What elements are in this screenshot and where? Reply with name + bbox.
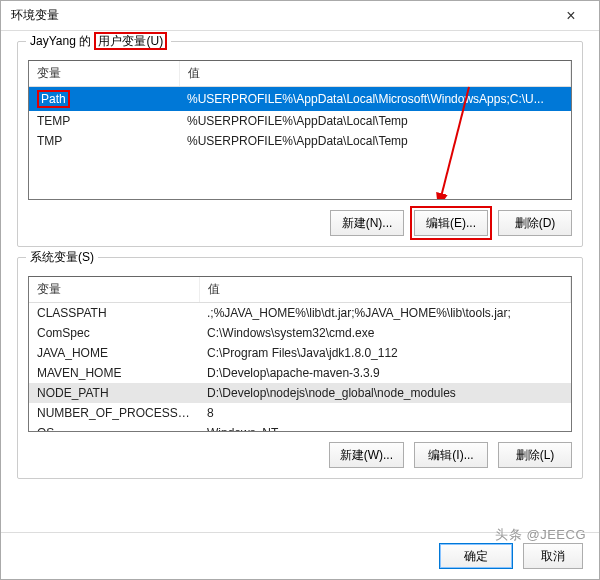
cell-name: Path xyxy=(29,87,179,112)
cell-name: TEMP xyxy=(29,111,179,131)
system-buttons-row: 新建(W)... 编辑(I)... 删除(L) xyxy=(28,442,572,468)
cell-name: JAVA_HOME xyxy=(29,343,199,363)
col-value[interactable]: 值 xyxy=(199,277,571,303)
cell-name: NODE_PATH xyxy=(29,383,199,403)
system-group-label: 系统变量(S) xyxy=(26,249,98,266)
cell-value: C:\Program Files\Java\jdk1.8.0_112 xyxy=(199,343,571,363)
user-variables-group: JayYang 的 用户变量(U) 变量 值 Path%USERPROFILE%… xyxy=(17,41,583,247)
ok-button[interactable]: 确定 xyxy=(439,543,513,569)
user-delete-button[interactable]: 删除(D) xyxy=(498,210,572,236)
window-title: 环境变量 xyxy=(11,7,59,24)
cell-name: OS xyxy=(29,423,199,432)
cell-name: MAVEN_HOME xyxy=(29,363,199,383)
table-row[interactable]: TMP%USERPROFILE%\AppData\Local\Temp xyxy=(29,131,571,151)
cell-value: 8 xyxy=(199,403,571,423)
cell-value: D:\Develop\nodejs\node_global\node_modul… xyxy=(199,383,571,403)
table-row[interactable]: JAVA_HOMEC:\Program Files\Java\jdk1.8.0_… xyxy=(29,343,571,363)
system-new-button[interactable]: 新建(W)... xyxy=(329,442,404,468)
user-new-button[interactable]: 新建(N)... xyxy=(330,210,404,236)
table-row[interactable]: TEMP%USERPROFILE%\AppData\Local\Temp xyxy=(29,111,571,131)
system-edit-button[interactable]: 编辑(I)... xyxy=(414,442,488,468)
cell-name: ComSpec xyxy=(29,323,199,343)
table-row[interactable]: OSWindows_NT xyxy=(29,423,571,432)
user-variables-table[interactable]: 变量 值 Path%USERPROFILE%\AppData\Local\Mic… xyxy=(28,60,572,200)
table-row[interactable]: CLASSPATH.;%JAVA_HOME%\lib\dt.jar;%JAVA_… xyxy=(29,303,571,324)
cancel-button[interactable]: 取消 xyxy=(523,543,583,569)
table-row[interactable]: NODE_PATHD:\Develop\nodejs\node_global\n… xyxy=(29,383,571,403)
user-group-label: JayYang 的 用户变量(U) xyxy=(26,33,171,50)
system-variables-table[interactable]: 变量 值 CLASSPATH.;%JAVA_HOME%\lib\dt.jar;%… xyxy=(28,276,572,432)
user-buttons-row: 新建(N)... 编辑(E)... 删除(D) xyxy=(28,210,572,236)
cell-name: NUMBER_OF_PROCESSORS xyxy=(29,403,199,423)
system-delete-button[interactable]: 删除(L) xyxy=(498,442,572,468)
cell-value: D:\Develop\apache-maven-3.3.9 xyxy=(199,363,571,383)
table-row[interactable]: MAVEN_HOMED:\Develop\apache-maven-3.3.9 xyxy=(29,363,571,383)
titlebar: 环境变量 × xyxy=(1,1,599,31)
close-icon[interactable]: × xyxy=(551,7,591,25)
col-value[interactable]: 值 xyxy=(179,61,571,87)
col-name[interactable]: 变量 xyxy=(29,277,199,303)
col-name[interactable]: 变量 xyxy=(29,61,179,87)
table-row[interactable]: ComSpecC:\Windows\system32\cmd.exe xyxy=(29,323,571,343)
table-row[interactable]: Path%USERPROFILE%\AppData\Local\Microsof… xyxy=(29,87,571,112)
dialog-footer: 确定 取消 xyxy=(1,532,599,579)
user-group-label-prefix: JayYang 的 xyxy=(30,34,94,48)
cell-value: Windows_NT xyxy=(199,423,571,432)
cell-value: .;%JAVA_HOME%\lib\dt.jar;%JAVA_HOME%\lib… xyxy=(199,303,571,324)
user-group-label-highlight: 用户变量(U) xyxy=(94,32,167,50)
user-edit-button[interactable]: 编辑(E)... xyxy=(414,210,488,236)
system-variables-group: 系统变量(S) 变量 值 CLASSPATH.;%JAVA_HOME%\lib\… xyxy=(17,257,583,479)
cell-value: %USERPROFILE%\AppData\Local\Microsoft\Wi… xyxy=(179,87,571,112)
cell-value: %USERPROFILE%\AppData\Local\Temp xyxy=(179,111,571,131)
cell-name: TMP xyxy=(29,131,179,151)
cell-value: C:\Windows\system32\cmd.exe xyxy=(199,323,571,343)
cell-name: CLASSPATH xyxy=(29,303,199,324)
table-row[interactable]: NUMBER_OF_PROCESSORS8 xyxy=(29,403,571,423)
cell-value: %USERPROFILE%\AppData\Local\Temp xyxy=(179,131,571,151)
